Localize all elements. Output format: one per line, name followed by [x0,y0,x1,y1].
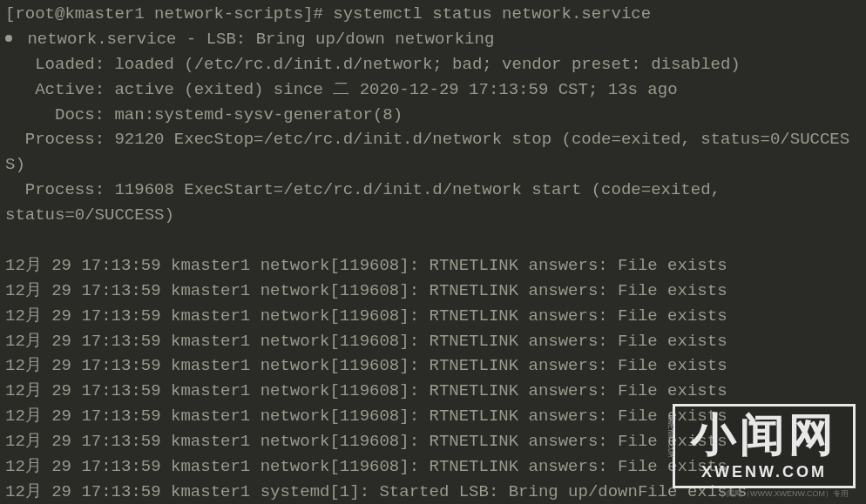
log-line: 12月 29 17:13:59 kmaster1 network[119608]… [5,404,861,429]
blank-line [5,228,861,253]
service-header-text: network.service - LSB: Bring up/down net… [17,30,494,49]
log-line: 12月 29 17:13:59 kmaster1 network[119608]… [5,253,861,279]
command-prompt-line: [root@kmaster1 network-scripts]# systemc… [5,2,861,27]
process-start-line-a: Process: 119608 ExecStart=/etc/rc.d/init… [5,178,861,203]
status-bullet-icon [5,35,12,42]
active-line: Active: active (exited) since 二 2020-12-… [5,77,861,103]
log-line: 12月 29 17:13:59 kmaster1 network[119608]… [5,379,861,404]
process-start-line-b: status=0/SUCCESS) [5,203,861,228]
process-stop-line: Process: 92120 ExecStop=/etc/rc.d/init.d… [5,127,861,178]
docs-line: Docs: man:systemd-sysv-generator(8) [5,103,861,128]
log-line: 12月 29 17:13:59 kmaster1 network[119608]… [5,304,861,329]
log-line: 12月 29 17:13:59 kmaster1 network[119608]… [5,429,861,454]
log-line: 12月 29 17:13:59 kmaster1 network[119608]… [5,353,861,379]
log-line: 12月 29 17:13:59 kmaster1 network[119608]… [5,454,861,480]
watermark-bottom-text: 小闻网（WWW.XWENW.COM）专用 [719,488,849,501]
log-line: 12月 29 17:13:59 kmaster1 network[119608]… [5,279,861,304]
terminal-output: [root@kmaster1 network-scripts]# systemc… [5,2,861,504]
log-line: 12月 29 17:13:59 kmaster1 network[119608]… [5,329,861,354]
service-header-line: network.service - LSB: Bring up/down net… [5,27,861,52]
loaded-line: Loaded: loaded (/etc/rc.d/init.d/network… [5,52,861,77]
